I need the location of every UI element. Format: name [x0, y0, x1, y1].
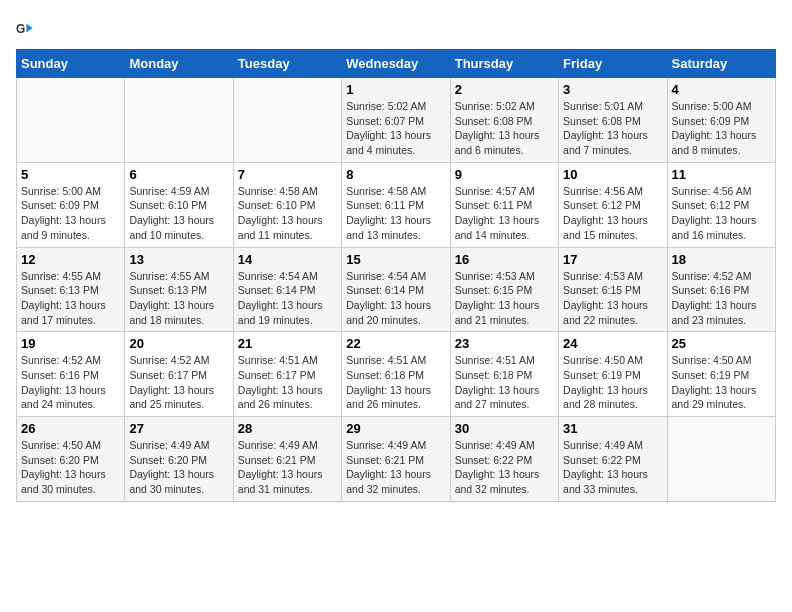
day-number: 13	[129, 252, 228, 267]
day-info: Sunrise: 5:02 AMSunset: 6:08 PMDaylight:…	[455, 99, 554, 158]
day-info: Sunrise: 4:54 AMSunset: 6:14 PMDaylight:…	[346, 269, 445, 328]
day-number: 21	[238, 336, 337, 351]
day-header-sunday: Sunday	[17, 50, 125, 78]
day-info: Sunrise: 4:58 AMSunset: 6:11 PMDaylight:…	[346, 184, 445, 243]
day-info: Sunrise: 5:00 AMSunset: 6:09 PMDaylight:…	[672, 99, 771, 158]
calendar-week-3: 12Sunrise: 4:55 AMSunset: 6:13 PMDayligh…	[17, 247, 776, 332]
calendar-cell: 10Sunrise: 4:56 AMSunset: 6:12 PMDayligh…	[559, 162, 667, 247]
calendar-cell: 18Sunrise: 4:52 AMSunset: 6:16 PMDayligh…	[667, 247, 775, 332]
day-info: Sunrise: 4:51 AMSunset: 6:18 PMDaylight:…	[455, 353, 554, 412]
day-info: Sunrise: 4:50 AMSunset: 6:19 PMDaylight:…	[563, 353, 662, 412]
day-info: Sunrise: 4:53 AMSunset: 6:15 PMDaylight:…	[563, 269, 662, 328]
day-header-saturday: Saturday	[667, 50, 775, 78]
calendar-week-5: 26Sunrise: 4:50 AMSunset: 6:20 PMDayligh…	[17, 417, 776, 502]
calendar-cell: 1Sunrise: 5:02 AMSunset: 6:07 PMDaylight…	[342, 78, 450, 163]
calendar-cell: 15Sunrise: 4:54 AMSunset: 6:14 PMDayligh…	[342, 247, 450, 332]
calendar-cell: 21Sunrise: 4:51 AMSunset: 6:17 PMDayligh…	[233, 332, 341, 417]
day-info: Sunrise: 4:49 AMSunset: 6:21 PMDaylight:…	[346, 438, 445, 497]
day-info: Sunrise: 4:49 AMSunset: 6:22 PMDaylight:…	[455, 438, 554, 497]
day-number: 25	[672, 336, 771, 351]
day-info: Sunrise: 4:52 AMSunset: 6:16 PMDaylight:…	[672, 269, 771, 328]
day-info: Sunrise: 4:52 AMSunset: 6:17 PMDaylight:…	[129, 353, 228, 412]
day-number: 12	[21, 252, 120, 267]
day-info: Sunrise: 4:58 AMSunset: 6:10 PMDaylight:…	[238, 184, 337, 243]
day-number: 20	[129, 336, 228, 351]
day-number: 6	[129, 167, 228, 182]
day-info: Sunrise: 4:55 AMSunset: 6:13 PMDaylight:…	[21, 269, 120, 328]
calendar-cell	[17, 78, 125, 163]
day-number: 19	[21, 336, 120, 351]
day-info: Sunrise: 4:56 AMSunset: 6:12 PMDaylight:…	[563, 184, 662, 243]
day-header-wednesday: Wednesday	[342, 50, 450, 78]
day-info: Sunrise: 4:52 AMSunset: 6:16 PMDaylight:…	[21, 353, 120, 412]
calendar-cell: 3Sunrise: 5:01 AMSunset: 6:08 PMDaylight…	[559, 78, 667, 163]
calendar-cell	[667, 417, 775, 502]
calendar-cell: 9Sunrise: 4:57 AMSunset: 6:11 PMDaylight…	[450, 162, 558, 247]
calendar-cell: 5Sunrise: 5:00 AMSunset: 6:09 PMDaylight…	[17, 162, 125, 247]
day-headers: SundayMondayTuesdayWednesdayThursdayFrid…	[17, 50, 776, 78]
day-number: 30	[455, 421, 554, 436]
calendar-cell: 2Sunrise: 5:02 AMSunset: 6:08 PMDaylight…	[450, 78, 558, 163]
calendar-week-4: 19Sunrise: 4:52 AMSunset: 6:16 PMDayligh…	[17, 332, 776, 417]
day-number: 31	[563, 421, 662, 436]
calendar-cell: 11Sunrise: 4:56 AMSunset: 6:12 PMDayligh…	[667, 162, 775, 247]
calendar-cell: 16Sunrise: 4:53 AMSunset: 6:15 PMDayligh…	[450, 247, 558, 332]
day-number: 3	[563, 82, 662, 97]
day-number: 29	[346, 421, 445, 436]
calendar-week-2: 5Sunrise: 5:00 AMSunset: 6:09 PMDaylight…	[17, 162, 776, 247]
calendar-cell: 12Sunrise: 4:55 AMSunset: 6:13 PMDayligh…	[17, 247, 125, 332]
day-info: Sunrise: 4:56 AMSunset: 6:12 PMDaylight:…	[672, 184, 771, 243]
day-info: Sunrise: 4:53 AMSunset: 6:15 PMDaylight:…	[455, 269, 554, 328]
day-number: 4	[672, 82, 771, 97]
day-info: Sunrise: 4:50 AMSunset: 6:20 PMDaylight:…	[21, 438, 120, 497]
day-number: 7	[238, 167, 337, 182]
day-info: Sunrise: 4:49 AMSunset: 6:21 PMDaylight:…	[238, 438, 337, 497]
calendar-cell: 29Sunrise: 4:49 AMSunset: 6:21 PMDayligh…	[342, 417, 450, 502]
day-number: 28	[238, 421, 337, 436]
day-info: Sunrise: 4:49 AMSunset: 6:22 PMDaylight:…	[563, 438, 662, 497]
calendar-cell: 25Sunrise: 4:50 AMSunset: 6:19 PMDayligh…	[667, 332, 775, 417]
day-info: Sunrise: 4:55 AMSunset: 6:13 PMDaylight:…	[129, 269, 228, 328]
day-number: 8	[346, 167, 445, 182]
calendar-cell	[125, 78, 233, 163]
calendar-cell	[233, 78, 341, 163]
day-header-friday: Friday	[559, 50, 667, 78]
calendar-cell: 24Sunrise: 4:50 AMSunset: 6:19 PMDayligh…	[559, 332, 667, 417]
day-info: Sunrise: 4:51 AMSunset: 6:18 PMDaylight:…	[346, 353, 445, 412]
svg-text:G: G	[16, 21, 25, 35]
day-info: Sunrise: 5:01 AMSunset: 6:08 PMDaylight:…	[563, 99, 662, 158]
logo: G	[16, 16, 36, 39]
day-number: 15	[346, 252, 445, 267]
day-info: Sunrise: 4:50 AMSunset: 6:19 PMDaylight:…	[672, 353, 771, 412]
day-number: 16	[455, 252, 554, 267]
calendar-cell: 23Sunrise: 4:51 AMSunset: 6:18 PMDayligh…	[450, 332, 558, 417]
calendar-cell: 17Sunrise: 4:53 AMSunset: 6:15 PMDayligh…	[559, 247, 667, 332]
logo-icon: G	[16, 19, 34, 37]
day-number: 10	[563, 167, 662, 182]
day-number: 26	[21, 421, 120, 436]
calendar-cell: 22Sunrise: 4:51 AMSunset: 6:18 PMDayligh…	[342, 332, 450, 417]
calendar-cell: 7Sunrise: 4:58 AMSunset: 6:10 PMDaylight…	[233, 162, 341, 247]
calendar-cell: 13Sunrise: 4:55 AMSunset: 6:13 PMDayligh…	[125, 247, 233, 332]
calendar-cell: 8Sunrise: 4:58 AMSunset: 6:11 PMDaylight…	[342, 162, 450, 247]
calendar-cell: 31Sunrise: 4:49 AMSunset: 6:22 PMDayligh…	[559, 417, 667, 502]
calendar-cell: 14Sunrise: 4:54 AMSunset: 6:14 PMDayligh…	[233, 247, 341, 332]
day-info: Sunrise: 5:02 AMSunset: 6:07 PMDaylight:…	[346, 99, 445, 158]
day-info: Sunrise: 4:49 AMSunset: 6:20 PMDaylight:…	[129, 438, 228, 497]
calendar-cell: 28Sunrise: 4:49 AMSunset: 6:21 PMDayligh…	[233, 417, 341, 502]
calendar-cell: 4Sunrise: 5:00 AMSunset: 6:09 PMDaylight…	[667, 78, 775, 163]
day-header-tuesday: Tuesday	[233, 50, 341, 78]
calendar-cell: 27Sunrise: 4:49 AMSunset: 6:20 PMDayligh…	[125, 417, 233, 502]
day-info: Sunrise: 5:00 AMSunset: 6:09 PMDaylight:…	[21, 184, 120, 243]
day-number: 17	[563, 252, 662, 267]
day-info: Sunrise: 4:59 AMSunset: 6:10 PMDaylight:…	[129, 184, 228, 243]
day-header-monday: Monday	[125, 50, 233, 78]
calendar-table: SundayMondayTuesdayWednesdayThursdayFrid…	[16, 49, 776, 502]
day-number: 5	[21, 167, 120, 182]
calendar-cell: 19Sunrise: 4:52 AMSunset: 6:16 PMDayligh…	[17, 332, 125, 417]
calendar-cell: 26Sunrise: 4:50 AMSunset: 6:20 PMDayligh…	[17, 417, 125, 502]
day-info: Sunrise: 4:51 AMSunset: 6:17 PMDaylight:…	[238, 353, 337, 412]
day-header-thursday: Thursday	[450, 50, 558, 78]
day-number: 9	[455, 167, 554, 182]
day-number: 27	[129, 421, 228, 436]
